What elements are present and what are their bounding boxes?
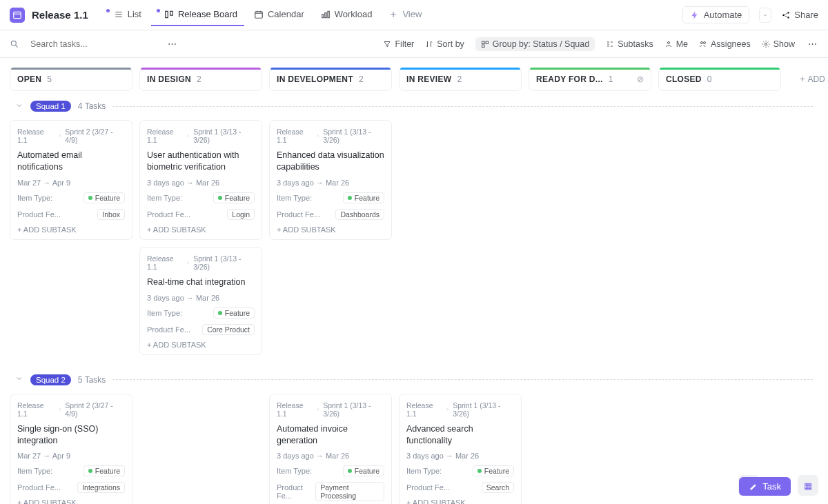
- lane-review[interactable]: IN REVIEW 2: [399, 68, 522, 91]
- svg-rect-12: [486, 41, 489, 44]
- tab-board[interactable]: Release Board: [151, 3, 244, 26]
- card-dataviz[interactable]: Release 1.1Sprint 1 (3/13 - 3/26) Enhanc…: [269, 120, 392, 240]
- lane-dev-count: 2: [359, 74, 364, 84]
- board-squad1: Release 1.1 Sprint 2 (3/27 - 4/9) Automa…: [0, 117, 828, 365]
- list-icon: [114, 10, 124, 19]
- lane-open[interactable]: OPEN 5: [10, 68, 132, 91]
- pencil-icon: [749, 482, 758, 492]
- svg-point-14: [667, 41, 669, 43]
- collapse-toggle[interactable]: [15, 101, 23, 112]
- person-icon: [664, 40, 673, 48]
- svg-point-16: [704, 41, 706, 43]
- feature-tag[interactable]: Feature: [213, 192, 255, 203]
- gear-icon: [762, 40, 770, 48]
- automate-caret[interactable]: [759, 8, 771, 23]
- lane-design[interactable]: IN DESIGN 2: [139, 68, 262, 91]
- group-button[interactable]: Group by: Status / Squad: [475, 37, 595, 51]
- add-subtask-button[interactable]: + ADD SUBTASK: [17, 498, 125, 504]
- card-title: Automated email notifications: [17, 150, 125, 173]
- subtasks-button[interactable]: Subtasks: [606, 39, 653, 49]
- svg-point-9: [788, 17, 789, 18]
- add-status-label: ADD STATUS: [807, 74, 828, 84]
- filter-bar: ⋯ Filter Sort by Group by: Status / Squa…: [0, 30, 828, 58]
- collapse-toggle[interactable]: [15, 374, 23, 385]
- more-options[interactable]: ⋯: [806, 39, 818, 49]
- col-dev: Release 1.1Sprint 1 (3/13 - 3/26) Enhanc…: [269, 120, 392, 240]
- item-type-row: Item Type: Feature: [17, 192, 125, 203]
- col-design: Release 1.1 Sprint 1 (3/13 - 3/26) User …: [139, 120, 262, 355]
- add-subtask-button[interactable]: + ADD SUBTASK: [147, 225, 255, 234]
- search-input[interactable]: [30, 39, 155, 49]
- squad1-count: 4 Tasks: [78, 101, 106, 111]
- feature-tag[interactable]: Feature: [83, 192, 125, 203]
- lane-closed[interactable]: CLOSED 0: [658, 68, 781, 91]
- tab-list[interactable]: List: [101, 3, 148, 26]
- chevron-down-icon: [762, 12, 768, 18]
- sort-button[interactable]: Sort by: [425, 39, 464, 49]
- card-biometric[interactable]: Release 1.1 Sprint 1 (3/13 - 3/26) User …: [139, 120, 262, 240]
- search-options[interactable]: ⋯: [166, 39, 178, 49]
- date-range[interactable]: 3 days ago → Mar 26: [147, 179, 255, 187]
- filter-button[interactable]: Filter: [383, 39, 414, 49]
- block-icon: ⊘: [637, 74, 644, 84]
- product-tag[interactable]: Inbox: [97, 209, 125, 220]
- chevron-right-icon: [186, 133, 190, 139]
- show-button[interactable]: Show: [762, 39, 795, 49]
- workload-icon: [321, 10, 331, 19]
- project-icon[interactable]: [10, 8, 25, 23]
- me-button[interactable]: Me: [664, 39, 688, 49]
- add-subtask-button[interactable]: + ADD SUBTASK: [17, 225, 125, 234]
- lane-review-label: IN REVIEW: [406, 74, 451, 84]
- date-range[interactable]: Mar 27 → Apr 9: [17, 179, 125, 187]
- svg-rect-3: [255, 11, 263, 17]
- status-lanes: OPEN 5 IN DESIGN 2 IN DEVELOPMENT 2 IN R…: [0, 58, 828, 91]
- product-tag[interactable]: Login: [227, 209, 255, 220]
- svg-rect-2: [170, 11, 173, 15]
- tab-workload[interactable]: Workload: [314, 3, 379, 26]
- card-email-notifications[interactable]: Release 1.1 Sprint 2 (3/27 - 4/9) Automa…: [10, 120, 132, 240]
- tab-view-label: View: [402, 9, 422, 19]
- project-header: Release 1.1: [10, 8, 88, 23]
- lane-dev[interactable]: IN DEVELOPMENT 2: [269, 68, 392, 91]
- add-subtask-button[interactable]: + ADD SUBTASK: [147, 341, 255, 349]
- group-label: Group by: Status / Squad: [493, 39, 589, 49]
- apps-button[interactable]: ▦: [798, 475, 818, 496]
- card-sso[interactable]: Release 1.1Sprint 2 (3/27 - 4/9) Single …: [10, 394, 132, 504]
- share-button[interactable]: Share: [781, 10, 818, 20]
- automate-button[interactable]: Automate: [682, 6, 750, 23]
- card-search[interactable]: Release 1.1Sprint 1 (3/13 - 3/26) Advanc…: [399, 394, 522, 504]
- automate-label: Automate: [704, 10, 742, 20]
- squad1-pill[interactable]: Squad 1: [30, 101, 71, 112]
- pin-dot-icon: [157, 9, 160, 12]
- product-row: Product Fe... Inbox: [17, 209, 125, 220]
- show-label: Show: [773, 39, 795, 49]
- tab-add-view[interactable]: View: [382, 3, 428, 26]
- tab-list-label: List: [128, 9, 141, 19]
- assignees-label: Assignees: [711, 39, 751, 49]
- share-label: Share: [794, 10, 818, 20]
- filter-icon: [383, 40, 391, 48]
- add-status-button[interactable]: + ADD STATUS: [788, 68, 828, 91]
- svg-rect-5: [325, 12, 326, 17]
- lane-review-count: 2: [457, 74, 462, 84]
- squad2-pill[interactable]: Squad 2: [30, 374, 71, 385]
- subtasks-label: Subtasks: [618, 39, 653, 49]
- add-subtask-button[interactable]: + ADD SUBTASK: [277, 225, 384, 234]
- card-chat[interactable]: Release 1.1Sprint 1 (3/13 - 3/26) Real-t…: [139, 247, 262, 355]
- people-icon: [699, 40, 707, 48]
- group-squad2: Squad 2 5 Tasks: [0, 365, 828, 391]
- svg-point-17: [765, 43, 767, 45]
- bolt-icon: [690, 10, 700, 20]
- lane-dev-label: IN DEVELOPMENT: [277, 74, 353, 84]
- svg-rect-1: [166, 11, 168, 17]
- me-label: Me: [676, 39, 688, 49]
- calendar-icon: [254, 10, 264, 19]
- card-invoice[interactable]: Release 1.1Sprint 1 (3/13 - 3/26) Automa…: [269, 394, 392, 504]
- lane-ready[interactable]: READY FOR D... 1 ⊘: [529, 68, 651, 91]
- sort-icon: [425, 40, 433, 48]
- new-task-button[interactable]: Task: [739, 477, 791, 496]
- chevron-right-icon: [57, 133, 63, 139]
- assignees-button[interactable]: Assignees: [699, 39, 751, 49]
- add-subtask-button[interactable]: + ADD SUBTASK: [406, 498, 514, 504]
- tab-calendar[interactable]: Calendar: [247, 3, 311, 26]
